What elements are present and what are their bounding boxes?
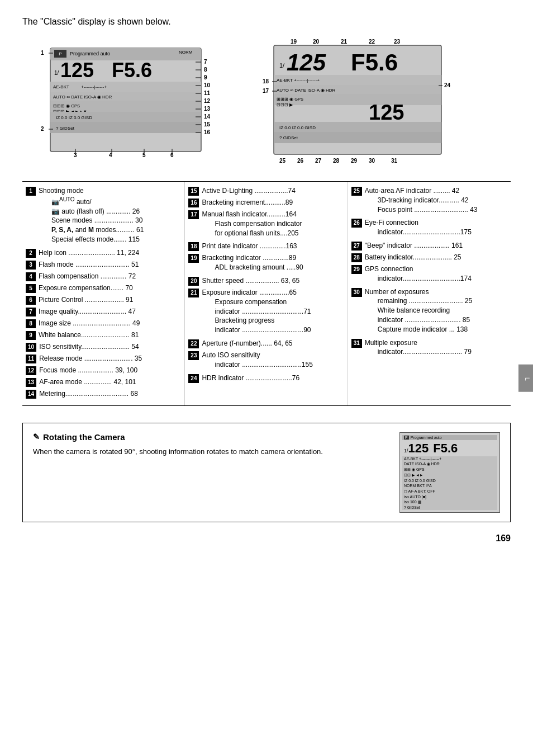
note-image: P Programmed auto 1/ 125 F5.6 AE-BKT +--…: [399, 432, 500, 513]
svg-text:11: 11: [204, 90, 211, 96]
list-item: 15 Active D-Lighting ..................7…: [188, 186, 344, 196]
svg-text:12: 12: [204, 98, 211, 104]
svg-text:30: 30: [369, 158, 375, 164]
list-item: 4 Flash compensation .............. 72: [26, 272, 181, 281]
list-item: 6 Picture Control ..................... …: [26, 295, 181, 305]
svg-text:F5.6: F5.6: [351, 49, 398, 75]
svg-text:31: 31: [391, 158, 398, 164]
list-item: 29 GPS connection indicator.............…: [351, 264, 507, 285]
svg-text:?        GIDSet: ? GIDSet: [56, 126, 75, 131]
svg-text:2: 2: [41, 126, 44, 132]
page-number: 169: [22, 533, 511, 544]
svg-text:IZ  0.0   IZ  0.0   GISD: IZ 0.0 IZ 0.0 GISD: [279, 125, 316, 130]
list-item: 10 ISO sensitivity......................…: [26, 342, 181, 352]
intro-text: The "Classic" display is shown below.: [22, 17, 511, 27]
svg-text:15: 15: [204, 121, 211, 127]
list-item: 14 Metering.............................…: [26, 389, 181, 399]
svg-text:27: 27: [315, 158, 322, 164]
svg-text:+-------|------+: +-------|------+: [81, 84, 107, 89]
svg-text:17: 17: [263, 88, 269, 94]
svg-text:25: 25: [279, 158, 286, 164]
svg-text:13: 13: [204, 106, 211, 112]
items-col-right: 25 Auto-area AF indicator ......... 42 3…: [348, 182, 511, 405]
svg-text:IZ  0.0   IZ  0.0   GISD: IZ 0.0 IZ 0.0 GISD: [56, 115, 92, 120]
list-item: 13 AF-area mode ............... 42, 101: [26, 377, 181, 387]
svg-text:20: 20: [313, 39, 320, 45]
note-title: ✎ Rotating the Camera: [33, 432, 388, 442]
svg-text:1: 1: [41, 50, 44, 56]
svg-text:24: 24: [444, 82, 451, 88]
items-col-mid: 15 Active D-Lighting ..................7…: [185, 182, 348, 405]
list-item: 2 Help icon ......................... 11…: [26, 248, 181, 258]
list-item: 17 Manual flash indicator..........164 F…: [188, 210, 344, 239]
svg-text:1/: 1/: [279, 62, 285, 69]
list-item: 5 Exposure compensation....... 70: [26, 284, 181, 293]
svg-text:F5.6: F5.6: [112, 59, 152, 82]
list-item: 3 Flash mode ...........................…: [26, 260, 181, 270]
list-item: 24 HDR indicator .......................…: [188, 374, 344, 383]
list-item: 19 Bracketing indicator ..............89…: [188, 253, 344, 274]
svg-text:16: 16: [204, 129, 211, 135]
svg-text:⊞⊞⊞  ◉  GPS: ⊞⊞⊞ ◉ GPS: [53, 103, 80, 108]
list-item: 16 Bracketing increment...........89: [188, 198, 344, 207]
list-item: 1 Shooting mode 📷AUTO auto/ 📷 auto (flas…: [26, 186, 181, 246]
list-item: 28 Battery indicator....................…: [351, 253, 507, 262]
svg-text:125: 125: [287, 49, 326, 75]
note-text: When the camera is rotated 90°, shooting…: [33, 446, 388, 457]
svg-text:⊞⊞⊞  ◉  GPS: ⊞⊞⊞ ◉ GPS: [277, 97, 303, 102]
diagram-area: P Programmed auto NORM 1/ 125 F5.6 AE-BK…: [22, 37, 511, 173]
svg-text:10: 10: [204, 82, 211, 88]
camera-diagram-svg: P Programmed auto NORM 1/ 125 F5.6 AE-BK…: [22, 37, 508, 171]
list-item: 7 Image quality.........................…: [26, 307, 181, 316]
svg-text:29: 29: [351, 158, 358, 164]
list-item: 9 White balance.........................…: [26, 330, 181, 340]
svg-text:NORM: NORM: [179, 50, 193, 55]
svg-text:?        GIDSet: ? GIDSet: [279, 135, 298, 140]
list-item: 21 Exposure indicator ................65…: [188, 288, 344, 337]
svg-text:9: 9: [204, 74, 207, 81]
sidebar-tab: └: [518, 365, 533, 392]
items-section: 1 Shooting mode 📷AUTO auto/ 📷 auto (flas…: [22, 181, 511, 406]
note-content: ✎ Rotating the Camera When the camera is…: [33, 432, 388, 513]
svg-text:AUTO  ∞  DATE  ISO-A  ◉  HDR: AUTO ∞ DATE ISO-A ◉ HDR: [53, 94, 112, 100]
svg-text:26: 26: [297, 158, 304, 164]
list-item: 27 "Beep" indicator ................... …: [351, 241, 507, 251]
svg-text:⊡⊡⊡  ▶: ⊡⊡⊡ ▶: [277, 102, 293, 107]
mini-camera-display: P Programmed auto 1/ 125 F5.6 AE-BKT +--…: [399, 432, 500, 513]
list-item: 23 Auto ISO sensitivity indicator ......…: [188, 351, 344, 371]
svg-text:Programmed auto: Programmed auto: [70, 51, 110, 56]
svg-text:7: 7: [204, 59, 207, 65]
svg-text:19: 19: [291, 39, 297, 45]
svg-text:125: 125: [369, 101, 404, 124]
list-item: 12 Focus mode ................... 39, 10…: [26, 366, 181, 375]
svg-rect-72: [274, 132, 441, 143]
list-item: 8 Image size ...........................…: [26, 319, 181, 328]
note-icon: ✎: [33, 432, 40, 441]
list-item: 31 Multiple exposure indicator..........…: [351, 338, 507, 359]
svg-text:18: 18: [263, 78, 269, 84]
list-item: 18 Print date indicator ..............16…: [188, 242, 344, 251]
list-item: 26 Eye-Fi connection indicator..........…: [351, 218, 507, 239]
svg-text:8: 8: [204, 67, 207, 73]
list-item: 11 Release mode ........................…: [26, 354, 181, 363]
svg-text:14: 14: [204, 114, 211, 120]
svg-text:AUTO  ∞  DATE  ISO-A  ◉  HDR: AUTO ∞ DATE ISO-A ◉ HDR: [277, 88, 336, 93]
svg-text:22: 22: [369, 39, 375, 45]
svg-rect-9: [50, 82, 201, 92]
svg-text:125: 125: [60, 59, 94, 82]
svg-text:1/: 1/: [54, 70, 59, 76]
svg-text:23: 23: [394, 39, 401, 45]
list-item: 20 Shutter speed .................. 63, …: [188, 276, 344, 286]
list-item: 25 Auto-area AF indicator ......... 42 3…: [351, 186, 507, 216]
note-box: ✎ Rotating the Camera When the camera is…: [22, 423, 511, 522]
svg-text:AE-BKT  +-------|------+: AE-BKT +-------|------+: [277, 78, 320, 83]
list-item: 30 Number of exposures remaining .......…: [351, 287, 507, 336]
svg-text:28: 28: [333, 158, 340, 164]
svg-text:21: 21: [341, 39, 348, 45]
svg-text:P: P: [59, 51, 61, 56]
items-col-left: 1 Shooting mode 📷AUTO auto/ 📷 auto (flas…: [22, 182, 185, 405]
svg-text:AE-BKT: AE-BKT: [53, 84, 69, 89]
list-item: 22 Aperture (f-number)...... 64, 65: [188, 339, 344, 348]
